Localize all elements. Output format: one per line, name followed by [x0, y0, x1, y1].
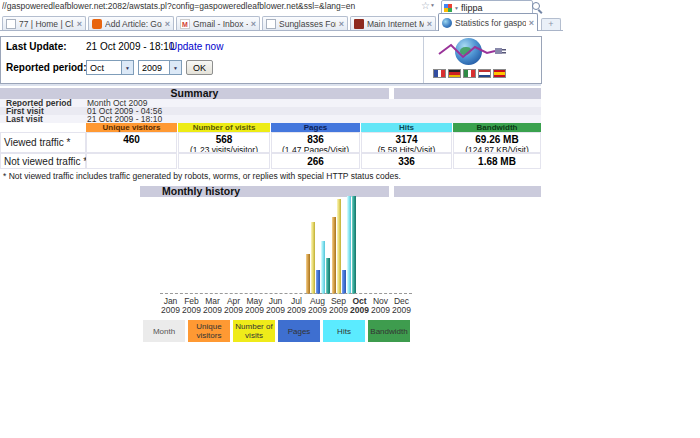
month-year: 2009	[286, 306, 307, 315]
monthly-history-title-bar-right	[394, 186, 541, 197]
legend-cell-hits: Hits	[323, 320, 365, 342]
last-update-label: Last Update:	[6, 41, 67, 52]
last-update-value: 21 Oct 2009 - 18:10	[86, 41, 174, 52]
tab-1[interactable]: Add Article: GoArticle...×	[88, 16, 174, 30]
tab-close-icon[interactable]: ×	[526, 18, 534, 28]
legend-cell-pages: Pages	[278, 320, 320, 342]
tab-4[interactable]: Main Internet Marketi...×	[350, 16, 436, 30]
stat-value: 336	[362, 155, 451, 169]
site-icon	[354, 19, 364, 29]
month-label: Jan2009	[160, 297, 181, 315]
legend-cell-number-of-visits: Number of visits	[233, 320, 275, 342]
month-year: 2009	[202, 306, 223, 315]
stat-cell: 3174(5.58 Hits/Visit)	[361, 132, 452, 153]
page-icon	[266, 19, 276, 29]
stat-row-label: Not viewed traffic *	[0, 153, 86, 169]
update-now-link[interactable]: Update now	[170, 41, 223, 52]
chart-axis-line	[160, 293, 412, 294]
month-label: Jul2009	[286, 297, 307, 315]
favorites-star-icon[interactable]: ☆▼	[421, 0, 435, 11]
chart-bar-sep-hits	[321, 241, 325, 294]
tab-active[interactable]: Statistics for gaspo...×	[438, 13, 538, 31]
stat-cell: 836(1.47 Pages/Visit)	[271, 132, 360, 153]
year-select[interactable]: 2009 ▼	[138, 60, 182, 75]
month-label: Mar2009	[202, 297, 223, 315]
stat-subvalue: (1.47 Pages/Visit)	[272, 145, 359, 153]
month-label: Nov2009	[370, 297, 391, 315]
screenshot-root: //gaspoweredleafblower.net:2082/awstats.…	[0, 0, 700, 438]
tab-close-icon[interactable]: ×	[424, 19, 432, 29]
flag-spain-icon[interactable]	[493, 69, 506, 78]
month-year: 2009	[265, 306, 286, 315]
gmail-icon: M	[180, 19, 190, 29]
chart-bar-oct-hits	[347, 196, 351, 294]
summary-row: Reported periodMonth Oct 2009	[0, 99, 541, 107]
search-input[interactable]: flippa	[461, 3, 483, 13]
stat-value: 3174	[362, 134, 451, 145]
chart-bar-oct-number-of-visits	[337, 199, 341, 294]
year-select-value: 2009	[139, 63, 169, 73]
reported-period-label: Reported period:	[6, 62, 87, 73]
stat-cell: 568(1.23 visits/visitor)	[178, 132, 270, 153]
tab-close-icon[interactable]: ×	[74, 19, 82, 29]
month-label: Apr2009	[223, 297, 244, 315]
stat-value: 568	[179, 134, 269, 145]
tab-0[interactable]: 77 | Home | Cl...×	[2, 16, 86, 30]
stat-value: 1.68 MB	[454, 155, 540, 169]
column-header-bandwidth: Bandwidth	[453, 123, 541, 132]
month-label: Feb2009	[181, 297, 202, 315]
summary-row-label: Last visit	[6, 115, 43, 123]
month-select-value: Oct	[87, 63, 121, 73]
column-header-unique-visitors: Unique visitors	[86, 123, 177, 132]
tab-label: 77 | Home | Cl...	[19, 19, 74, 29]
address-bar[interactable]: //gaspoweredleafblower.net:2082/awstats.…	[2, 1, 422, 12]
stat-subvalue: (5.58 Hits/Visit)	[362, 145, 451, 153]
goarticles-icon	[92, 19, 102, 29]
stat-subvalue: (124.87 KB/Visit)	[454, 145, 540, 153]
stat-row-label: Viewed traffic *	[0, 132, 86, 153]
summary-row: First visit01 Oct 2009 - 04:56	[0, 107, 541, 115]
flag-germany-icon[interactable]	[448, 69, 461, 78]
tab-label: Add Article: GoArticle...	[105, 19, 162, 29]
stat-cell: 1.68 MB	[453, 153, 541, 169]
awstats-logo-zigzag	[437, 40, 509, 64]
search-icon[interactable]	[532, 2, 540, 10]
month-year: 2009	[160, 306, 181, 315]
month-label: Aug2009	[307, 297, 328, 315]
stat-value: 836	[272, 134, 359, 145]
month-year: 2009	[391, 306, 412, 315]
chevron-down-icon: ▼	[121, 61, 133, 74]
chart-bar-oct-pages	[342, 270, 346, 294]
tab-close-icon[interactable]: ×	[336, 19, 344, 29]
summary-title-bar-right	[394, 88, 541, 99]
stat-cell	[178, 153, 270, 169]
flag-france-icon[interactable]	[433, 69, 446, 78]
month-label: Sep2009	[328, 297, 349, 315]
column-header-pages: Pages	[271, 123, 360, 132]
month-year: 2009	[223, 306, 244, 315]
tab-3[interactable]: Sunglasses For Women×	[262, 16, 348, 30]
chart-bar-sep-unique-visitors	[306, 254, 310, 294]
stat-value: 69.26 MB	[454, 134, 540, 145]
stat-cell	[86, 153, 177, 169]
month-year: 2009	[349, 306, 370, 315]
chart-bar-oct-bandwidth-mb-	[352, 196, 356, 294]
ok-button[interactable]: OK	[186, 60, 213, 75]
chart-bar-sep-number-of-visits	[311, 222, 315, 294]
month-select[interactable]: Oct ▼	[86, 60, 134, 75]
chevron-down-icon: ▼	[430, 2, 435, 8]
flag-netherlands-icon[interactable]	[478, 69, 491, 78]
flag-italy-icon[interactable]	[463, 69, 476, 78]
tab-close-icon[interactable]: ×	[248, 19, 256, 29]
stat-cell: 460	[86, 132, 177, 153]
chart-bar-oct-unique-visitors	[332, 217, 336, 294]
tab-label: Sunglasses For Women	[279, 19, 336, 29]
tab-close-icon[interactable]: ×	[162, 19, 170, 29]
stat-value: 460	[87, 134, 176, 145]
tab-label: Statistics for gaspo...	[455, 18, 526, 28]
new-tab-button[interactable]: +	[541, 18, 561, 30]
month-year: 2009	[370, 306, 391, 315]
stat-cell: 336	[361, 153, 452, 169]
legend-cell-month: Month	[143, 320, 185, 342]
tab-2[interactable]: MGmail - Inbox - scottj...×	[176, 16, 260, 30]
